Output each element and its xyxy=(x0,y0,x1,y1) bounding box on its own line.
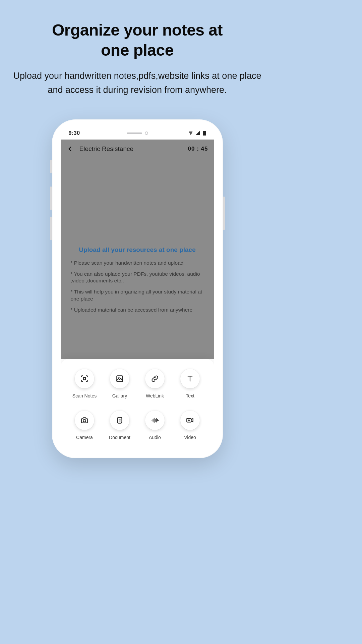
device-mockup: 9:30 Electric Resistance 00 : xyxy=(52,119,223,458)
hint-title: Upload all your resources at one place xyxy=(71,246,204,254)
phone-notch xyxy=(127,131,148,135)
option-video[interactable]: Video xyxy=(180,411,200,440)
hero-subtitle: Upload your handwritten notes,pdfs,websi… xyxy=(10,69,264,97)
hero-title-line: one place xyxy=(101,41,174,59)
camera-icon xyxy=(80,416,89,425)
status-time: 9:30 xyxy=(69,130,80,136)
hint-item: * You can also uplaod your PDFs, youtube… xyxy=(71,271,204,285)
text-button[interactable] xyxy=(180,369,200,388)
link-icon xyxy=(150,374,159,383)
phone-side-button xyxy=(223,197,225,230)
option-label: Camera xyxy=(76,435,93,440)
hint-item: * Uploaded material can be accessed from… xyxy=(71,307,204,314)
option-weblink[interactable]: WebLink xyxy=(145,369,165,398)
document-icon xyxy=(115,416,124,425)
session-timer: 00 : 45 xyxy=(188,146,208,152)
signal-icon xyxy=(195,131,200,135)
svg-point-3 xyxy=(83,419,86,422)
text-icon xyxy=(186,374,194,383)
option-camera[interactable]: Camera xyxy=(75,411,94,440)
upload-bottom-sheet: Scan Notes Gallary WebLink xyxy=(61,359,214,450)
hero-title: Organize your notes at one place xyxy=(10,20,264,60)
option-label: Text xyxy=(186,393,194,398)
promo-hero: Organize your notes at one place Upload … xyxy=(0,0,275,97)
svg-rect-1 xyxy=(117,376,122,381)
video-add-icon xyxy=(186,416,194,425)
camera-button[interactable] xyxy=(75,411,94,430)
option-scan-notes[interactable]: Scan Notes xyxy=(72,369,97,398)
option-text[interactable]: Text xyxy=(180,369,200,398)
image-icon xyxy=(115,374,124,383)
scan-notes-button[interactable] xyxy=(75,369,94,388)
option-gallery[interactable]: Gallary xyxy=(110,369,129,398)
status-bar: 9:30 xyxy=(61,127,214,140)
option-document[interactable]: Document xyxy=(109,411,130,440)
video-button[interactable] xyxy=(180,411,200,430)
svg-rect-0 xyxy=(83,378,86,380)
battery-icon xyxy=(203,131,206,136)
scan-icon xyxy=(80,374,89,383)
app-dimmed-backdrop: Electric Resistance 00 : 45 Upload all y… xyxy=(61,140,214,359)
camera-dot-icon xyxy=(145,131,148,135)
speaker-icon xyxy=(127,132,142,134)
hero-title-line: Organize your notes at xyxy=(52,21,223,39)
audio-wave-icon xyxy=(150,416,159,425)
option-label: Video xyxy=(184,435,196,440)
option-label: Gallary xyxy=(112,393,127,398)
hint-item: * This will help you in organizing all y… xyxy=(71,288,204,303)
svg-point-2 xyxy=(118,377,119,378)
wifi-icon xyxy=(189,131,193,135)
option-label: Audio xyxy=(149,435,161,440)
hint-item: * Please scan your handwritten notes and… xyxy=(71,260,204,267)
option-audio[interactable]: Audio xyxy=(145,411,165,440)
back-icon[interactable] xyxy=(67,146,73,152)
upload-hint-block: Upload all your resources at one place *… xyxy=(61,246,214,318)
audio-button[interactable] xyxy=(145,411,165,430)
option-label: Document xyxy=(109,435,130,440)
option-label: Scan Notes xyxy=(72,393,97,398)
page-title: Electric Resistance xyxy=(79,145,182,153)
weblink-button[interactable] xyxy=(145,369,165,388)
status-indicators xyxy=(189,131,206,136)
option-label: WebLink xyxy=(146,393,164,398)
gallery-button[interactable] xyxy=(110,369,129,388)
app-header: Electric Resistance 00 : 45 xyxy=(61,140,214,158)
document-button[interactable] xyxy=(110,411,129,430)
